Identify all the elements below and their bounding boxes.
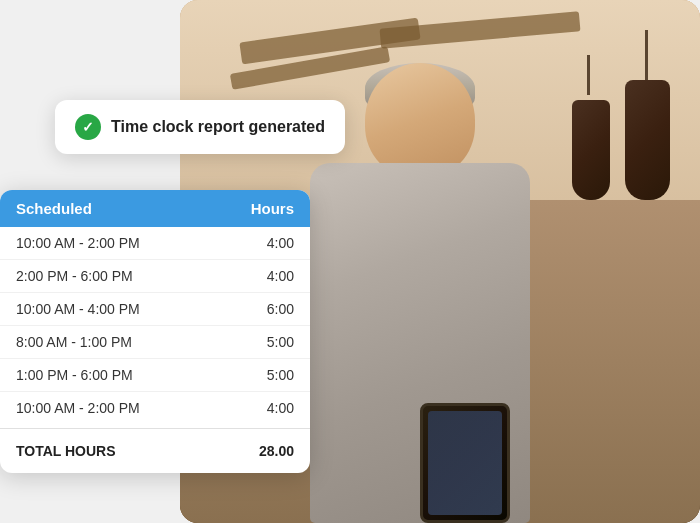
table-body: 10:00 AM - 2:00 PM4:002:00 PM - 6:00 PM4… [0,227,310,424]
table-row: 10:00 AM - 2:00 PM4:00 [0,392,310,424]
punching-bag [572,100,610,200]
table-row: 10:00 AM - 2:00 PM4:00 [0,227,310,260]
total-hours-label: TOTAL HOURS [16,443,259,459]
table-row: 8:00 AM - 1:00 PM5:00 [0,326,310,359]
table-header-hours: Hours [251,200,294,217]
notification-text: Time clock report generated [111,118,325,136]
person-tablet [420,403,510,523]
punching-bag [625,80,670,200]
hours-cell: 6:00 [267,301,294,317]
total-hours-value: 28.00 [259,443,294,459]
check-circle-icon [75,114,101,140]
scheduled-cell: 10:00 AM - 2:00 PM [16,235,267,251]
bag-rope [587,55,590,95]
table-header-scheduled: Scheduled [16,200,251,217]
hours-cell: 4:00 [267,400,294,416]
scheduled-cell: 1:00 PM - 6:00 PM [16,367,267,383]
schedule-table-card: Scheduled Hours 10:00 AM - 2:00 PM4:002:… [0,190,310,473]
table-row: 10:00 AM - 4:00 PM6:00 [0,293,310,326]
hours-cell: 4:00 [267,235,294,251]
scene: Time clock report generated Scheduled Ho… [0,0,700,523]
scheduled-cell: 10:00 AM - 4:00 PM [16,301,267,317]
scheduled-cell: 10:00 AM - 2:00 PM [16,400,267,416]
hours-cell: 4:00 [267,268,294,284]
table-row: 2:00 PM - 6:00 PM4:00 [0,260,310,293]
table-row: 1:00 PM - 6:00 PM5:00 [0,359,310,392]
person-head [365,63,475,178]
table-header: Scheduled Hours [0,190,310,227]
hours-cell: 5:00 [267,367,294,383]
tablet-screen [428,411,502,515]
bag-rope [645,30,648,80]
person-body [310,163,530,523]
scheduled-cell: 8:00 AM - 1:00 PM [16,334,267,350]
hours-cell: 5:00 [267,334,294,350]
notification-card: Time clock report generated [55,100,345,154]
scheduled-cell: 2:00 PM - 6:00 PM [16,268,267,284]
table-footer: TOTAL HOURS 28.00 [0,428,310,473]
